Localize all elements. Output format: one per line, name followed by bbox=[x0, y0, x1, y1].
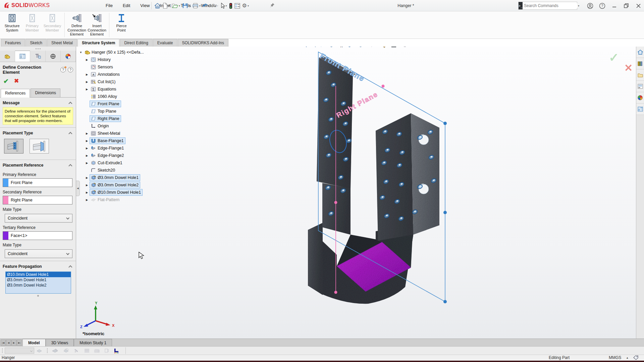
tab-structure-system[interactable]: Structure System bbox=[77, 39, 119, 47]
dropdown-arrow[interactable]: ▾ bbox=[168, 4, 170, 7]
tab-direct-editing[interactable]: Direct Editing bbox=[120, 39, 152, 47]
zoom-area-button[interactable] bbox=[309, 47, 317, 49]
home-tab-icon[interactable] bbox=[636, 47, 644, 58]
tree-root-label[interactable]: Hanger (50 x 125) <<Defa... bbox=[92, 50, 144, 55]
units-scale-icon[interactable] bbox=[114, 348, 120, 353]
plane-handle-pink[interactable] bbox=[382, 85, 385, 88]
hide-show-items-button[interactable]: ▾ bbox=[368, 47, 378, 49]
dropdown-arrow[interactable]: ▾ bbox=[226, 4, 227, 7]
tree-item-label[interactable]: Origin bbox=[98, 124, 109, 128]
right-plate-side[interactable] bbox=[411, 113, 439, 235]
rebuild-button[interactable] bbox=[228, 1, 233, 10]
redo-button[interactable]: ↷▾ bbox=[210, 1, 219, 10]
plane-handle-pink[interactable] bbox=[334, 291, 337, 294]
tree-item-cut-list-1[interactable]: ▶Cut list(1) bbox=[78, 78, 155, 85]
tree-item-origin[interactable]: Origin bbox=[78, 122, 155, 130]
tab-evaluate[interactable]: Evaluate bbox=[153, 39, 177, 47]
tertiary-reference-field[interactable] bbox=[3, 231, 72, 240]
new-document-button[interactable]: ▾ bbox=[162, 1, 171, 10]
tree-item-top-plane[interactable]: Top Plane bbox=[78, 108, 155, 115]
tree-item-1060-alloy[interactable]: 1060 Alloy bbox=[78, 93, 155, 100]
view-settings-button[interactable]: ▾ bbox=[401, 47, 411, 49]
scroll-first-button[interactable]: |◀ bbox=[1, 340, 6, 346]
propagation-item[interactable]: Ø3.0mm Dowel Hole1 bbox=[6, 277, 71, 283]
pierce-point-button[interactable]: PiercePoint bbox=[111, 11, 131, 39]
scroll-prev-button[interactable]: ◀ bbox=[6, 340, 11, 346]
tree-item-edge-flange2[interactable]: ▶Edge-Flange2 bbox=[78, 152, 155, 159]
primary-reference-input[interactable] bbox=[8, 179, 72, 187]
dropdown-arrow[interactable]: ▾ bbox=[189, 4, 190, 7]
placement-type-mid-button[interactable] bbox=[30, 139, 49, 154]
panel-grip[interactable] bbox=[0, 47, 76, 51]
define-connection-element-button[interactable]: DefineConnectionElement bbox=[67, 11, 87, 39]
tree-item-flat-pattern[interactable]: ▶Flat-Pattern bbox=[78, 196, 155, 203]
mate-type-dropdown[interactable]: Coincident bbox=[5, 214, 72, 223]
tree-item-label[interactable]: Ø3.0mm Dowel Hole2 bbox=[98, 183, 139, 187]
search-input[interactable] bbox=[523, 3, 577, 8]
help-icon[interactable]: ? bbox=[68, 67, 73, 72]
tree-item-3-0mm-dowel-hole1[interactable]: ▶Ø3.0mm Dowel Hole1 bbox=[78, 174, 155, 181]
dropdown-arrow[interactable]: ▾ bbox=[248, 4, 249, 7]
tree-item-label[interactable]: Sensors bbox=[98, 65, 113, 69]
tab-features[interactable]: Features bbox=[1, 39, 25, 47]
help-icon[interactable]: ? bbox=[598, 2, 606, 9]
account-icon[interactable] bbox=[586, 2, 594, 9]
zoom-fit-button[interactable] bbox=[300, 47, 308, 49]
tree-item-label[interactable]: Front Plane bbox=[98, 102, 119, 106]
panel-resize-grip[interactable] bbox=[0, 294, 76, 297]
bottom-tab-motion-study-1[interactable]: Motion Study 1 bbox=[74, 339, 112, 346]
tree-item-label[interactable]: Ø10.0mm Dowel Hole1 bbox=[98, 190, 141, 195]
print-button[interactable]: ▾ bbox=[191, 1, 202, 10]
tree-item-right-plane[interactable]: Right Plane bbox=[78, 115, 155, 122]
tab-solidworks-add-ins[interactable]: SOLIDWORKS Add-Ins bbox=[178, 39, 228, 47]
confirm-cancel-overlay[interactable]: ✕ bbox=[624, 62, 633, 74]
toolbar-grip[interactable] bbox=[47, 348, 48, 353]
left-plate-neck[interactable] bbox=[322, 183, 351, 235]
tree-expand-arrow[interactable]: ▶ bbox=[84, 176, 90, 179]
tree-item-label[interactable]: Edge-Flange1 bbox=[98, 146, 124, 150]
right-plate-front[interactable] bbox=[376, 113, 413, 241]
open-document-button[interactable]: ▾ bbox=[171, 1, 181, 10]
tree-item-3-0mm-dowel-hole2[interactable]: ▶Ø3.0mm Dowel Hole2 bbox=[78, 181, 155, 189]
tree-expand-arrow[interactable]: ▶ bbox=[84, 73, 90, 76]
dropdown-arrow[interactable]: ▾ bbox=[208, 4, 209, 7]
view-palette-icon[interactable] bbox=[636, 81, 644, 92]
tab-display-manager[interactable] bbox=[61, 51, 76, 62]
display-style-button[interactable]: ▾ bbox=[357, 47, 367, 49]
panel-subtab-dimensions[interactable]: Dimensions bbox=[31, 88, 60, 97]
placement-type-end-button[interactable] bbox=[4, 139, 23, 154]
tree-item-label[interactable]: History bbox=[98, 57, 111, 62]
tree-root[interactable]: ▼Hanger (50 x 125) <<Defa... bbox=[78, 49, 155, 56]
propagation-item[interactable]: Ø10.0mm Dowel Hole1 bbox=[6, 272, 71, 277]
section-view-button[interactable] bbox=[327, 47, 335, 49]
secondary-reference-field[interactable] bbox=[3, 196, 72, 204]
tree-expand-arrow[interactable]: ▶ bbox=[84, 58, 90, 61]
tertiary-reference-input[interactable] bbox=[8, 232, 72, 240]
placement-type-header[interactable]: Placement Type bbox=[0, 128, 76, 137]
confirm-ok-overlay[interactable]: ✓ bbox=[609, 51, 619, 65]
restore-button[interactable] bbox=[623, 2, 630, 9]
plane-handle-pink[interactable] bbox=[334, 201, 337, 204]
file-explorer-icon[interactable] bbox=[636, 69, 644, 81]
menu-file[interactable]: File bbox=[101, 0, 118, 11]
minimize-button[interactable] bbox=[610, 2, 618, 9]
tree-item-equations[interactable]: ▶ΣEquations bbox=[78, 85, 155, 93]
tree-item-annotations[interactable]: ▶AAnnotations bbox=[78, 71, 155, 78]
tree-item-label[interactable]: Cut-Extrude1 bbox=[98, 161, 122, 165]
save-button[interactable]: ▾ bbox=[181, 1, 191, 10]
design-library-icon[interactable] bbox=[636, 58, 644, 69]
insert-connection-element-button[interactable]: InsertConnectionElement bbox=[87, 11, 107, 39]
search-dropdown-arrow[interactable]: ▾ bbox=[578, 4, 579, 7]
custom-properties-icon[interactable] bbox=[636, 104, 644, 115]
tab-sketch[interactable]: Sketch bbox=[25, 39, 47, 47]
edit-appearance-button[interactable]: ▾ bbox=[379, 47, 389, 49]
tree-item-label[interactable]: Cut list(1) bbox=[98, 79, 115, 84]
tab-property-manager[interactable] bbox=[15, 51, 30, 62]
tree-item-front-plane[interactable]: Front Plane bbox=[78, 100, 155, 108]
tree-expand-arrow[interactable]: ▶ bbox=[84, 132, 90, 135]
tree-expand-arrow[interactable]: ▶ bbox=[84, 88, 90, 91]
plane-handle[interactable] bbox=[443, 211, 447, 214]
feature-propagation-list[interactable]: Ø10.0mm Dowel Hole1Ø3.0mm Dowel Hole1Ø3.… bbox=[5, 272, 71, 294]
tree-item-10-0mm-dowel-hole1[interactable]: ▶Ø10.0mm Dowel Hole1 bbox=[78, 189, 155, 196]
status-units[interactable]: MMGS▲ bbox=[609, 355, 639, 360]
